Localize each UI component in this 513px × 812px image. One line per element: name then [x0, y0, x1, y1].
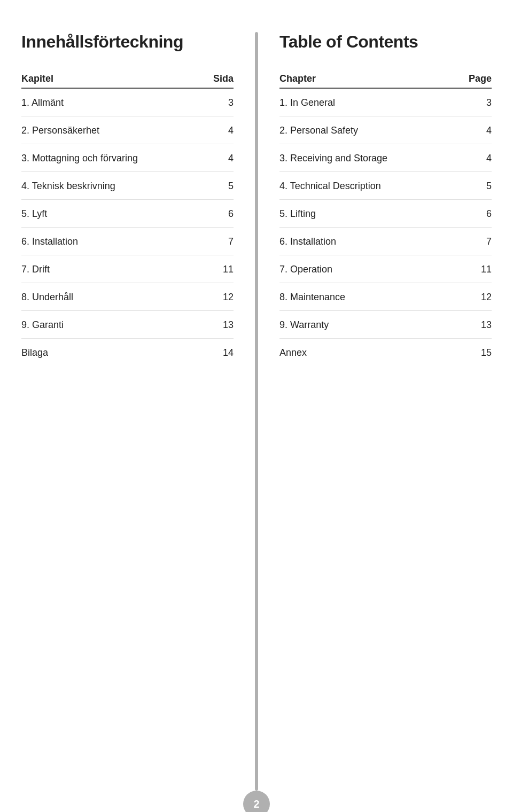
- right-toc-row: 1. In General 3: [279, 89, 492, 116]
- left-toc-chapter: 3. Mottagning och förvaring: [21, 153, 138, 164]
- left-toc-row: 6. Installation 7: [21, 228, 234, 255]
- left-toc-row: 7. Drift 11: [21, 255, 234, 283]
- left-toc-chapter: 4. Teknisk beskrivning: [21, 181, 115, 192]
- right-toc-page: 3: [476, 97, 492, 108]
- right-toc-row: 8. Maintenance 12: [279, 283, 492, 311]
- right-toc-row: 9. Warranty 13: [279, 311, 492, 339]
- right-header-row: Chapter Page: [279, 73, 492, 89]
- right-toc-page: 15: [476, 347, 492, 358]
- left-toc-chapter: 8. Underhåll: [21, 292, 73, 303]
- right-toc-chapter: 8. Maintenance: [279, 292, 345, 303]
- left-toc-page: 5: [217, 181, 234, 192]
- right-column: Table of Contents Chapter Page 1. In Gen…: [258, 32, 513, 791]
- left-toc-page: 4: [217, 153, 234, 164]
- right-toc-row: 3. Receiving and Storage 4: [279, 144, 492, 172]
- right-toc-row: 5. Lifting 6: [279, 200, 492, 228]
- left-header-page: Sida: [213, 73, 234, 84]
- right-toc-chapter: 1. In General: [279, 97, 335, 108]
- left-column: Innehållsförteckning Kapitel Sida 1. All…: [0, 32, 255, 791]
- right-toc-chapter: 6. Installation: [279, 236, 336, 247]
- right-toc-page: 5: [476, 181, 492, 192]
- left-toc-row: 2. Personsäkerhet 4: [21, 116, 234, 144]
- left-toc-page: 13: [217, 319, 234, 331]
- left-toc-page: 11: [217, 264, 234, 275]
- left-toc-chapter: 1. Allmänt: [21, 97, 64, 108]
- right-toc-row: 6. Installation 7: [279, 228, 492, 255]
- left-toc-row: 8. Underhåll 12: [21, 283, 234, 311]
- right-toc-list: 1. In General 3 2. Personal Safety 4 3. …: [279, 89, 492, 366]
- right-toc-chapter: 4. Technical Description: [279, 181, 381, 192]
- left-toc-row: 5. Lyft 6: [21, 200, 234, 228]
- left-header-chapter: Kapitel: [21, 73, 53, 84]
- right-toc-page: 12: [476, 292, 492, 303]
- left-toc-row: 3. Mottagning och förvaring 4: [21, 144, 234, 172]
- left-toc-row: 4. Teknisk beskrivning 5: [21, 172, 234, 200]
- left-toc-chapter: 6. Installation: [21, 236, 78, 247]
- left-toc-row: Bilaga 14: [21, 339, 234, 366]
- right-toc-chapter: 3. Receiving and Storage: [279, 153, 387, 164]
- right-toc-row: 4. Technical Description 5: [279, 172, 492, 200]
- right-header-chapter: Chapter: [279, 73, 316, 84]
- left-toc-page: 7: [217, 236, 234, 247]
- left-toc-row: 1. Allmänt 3: [21, 89, 234, 116]
- left-toc-chapter: 2. Personsäkerhet: [21, 125, 99, 136]
- right-toc-chapter: 5. Lifting: [279, 208, 316, 220]
- left-toc-row: 9. Garanti 13: [21, 311, 234, 339]
- left-toc-page: 14: [217, 347, 234, 358]
- left-toc-chapter: 9. Garanti: [21, 319, 64, 331]
- left-toc-page: 6: [217, 208, 234, 220]
- right-title: Table of Contents: [279, 32, 492, 52]
- right-toc-page: 4: [476, 125, 492, 136]
- right-toc-row: 7. Operation 11: [279, 255, 492, 283]
- right-toc-page: 7: [476, 236, 492, 247]
- right-toc-page: 11: [476, 264, 492, 275]
- right-header-page: Page: [469, 73, 492, 84]
- left-toc-page: 4: [217, 125, 234, 136]
- right-toc-row: 2. Personal Safety 4: [279, 116, 492, 144]
- right-toc-chapter: 2. Personal Safety: [279, 125, 358, 136]
- right-toc-page: 6: [476, 208, 492, 220]
- left-header-row: Kapitel Sida: [21, 73, 234, 89]
- right-toc-chapter: 7. Operation: [279, 264, 332, 275]
- left-toc-page: 12: [217, 292, 234, 303]
- left-title: Innehållsförteckning: [21, 32, 234, 52]
- left-toc-chapter: Bilaga: [21, 347, 48, 358]
- left-toc-chapter: 5. Lyft: [21, 208, 47, 220]
- left-toc-page: 3: [217, 97, 234, 108]
- left-toc-list: 1. Allmänt 3 2. Personsäkerhet 4 3. Mott…: [21, 89, 234, 366]
- left-toc-chapter: 7. Drift: [21, 264, 50, 275]
- right-toc-row: Annex 15: [279, 339, 492, 366]
- right-toc-page: 13: [476, 319, 492, 331]
- right-toc-chapter: Annex: [279, 347, 307, 358]
- right-toc-page: 4: [476, 153, 492, 164]
- right-toc-chapter: 9. Warranty: [279, 319, 329, 331]
